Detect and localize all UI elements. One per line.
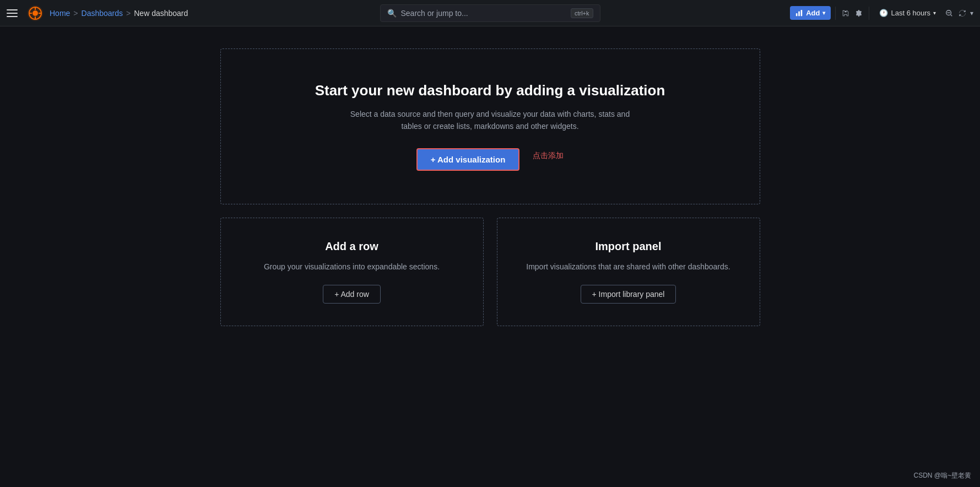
breadcrumb-dashboards[interactable]: Dashboards [82,9,123,18]
hero-card: Start your new dashboard by adding a vis… [220,48,760,204]
search-bar[interactable]: 🔍 Search or jump to... ctrl+k [380,4,600,22]
breadcrumb-home[interactable]: Home [50,9,70,18]
watermark: CSDN @嗡~壁老黄 [913,471,971,480]
add-row-title: Add a row [325,240,378,253]
breadcrumb: Home > Dashboards > New dashboard [50,9,188,18]
import-panel-card: Import panel Import visualizations that … [497,218,760,326]
add-row-description: Group your visualizations into expandabl… [264,261,440,273]
topbar: Home > Dashboards > New dashboard 🔍 Sear… [0,0,980,26]
hero-title: Start your new dashboard by adding a vis… [315,82,665,99]
svg-line-11 [951,14,952,16]
add-button[interactable]: Add ▾ [790,6,831,20]
svg-rect-6 [796,13,798,16]
breadcrumb-sep2: > [126,9,131,18]
import-panel-description: Import visualizations that are shared wi… [526,261,730,273]
divider-2 [869,7,869,20]
search-icon: 🔍 [387,9,397,18]
chevron-down-icon-3[interactable]: ▾ [970,9,973,17]
add-row-button[interactable]: + Add row [323,285,381,304]
time-range-button[interactable]: 🕐 Last 6 hours ▾ [874,6,941,20]
svg-point-1 [33,10,38,16]
clock-icon: 🕐 [879,9,888,17]
chevron-down-icon: ▾ [822,10,825,16]
search-shortcut-badge: ctrl+k [571,8,593,18]
search-placeholder: Search or jump to... [401,9,566,18]
refresh-icon[interactable] [957,8,968,19]
chevron-down-icon-2: ▾ [933,10,936,16]
svg-rect-7 [798,11,800,16]
add-visualization-button[interactable]: + Add visualization [416,148,520,171]
import-library-panel-button[interactable]: + Import library panel [581,285,676,304]
import-panel-title: Import panel [595,240,661,253]
hero-actions: + Add visualization 点击添加 [416,142,564,171]
bottom-cards: Add a row Group your visualizations into… [220,218,760,326]
zoom-out-icon[interactable] [944,8,955,19]
add-label: Add [806,9,820,17]
topbar-left: Home > Dashboards > New dashboard [7,4,188,22]
hamburger-menu[interactable] [7,8,18,19]
settings-icon[interactable] [853,8,864,19]
add-row-card: Add a row Group your visualizations into… [220,218,484,326]
breadcrumb-current: New dashboard [134,9,188,18]
divider-1 [835,7,836,20]
hero-subtitle: Select a data source and then query and … [342,108,639,133]
time-range-label: Last 6 hours [891,9,930,17]
grafana-logo [26,4,44,22]
click-hint: 点击添加 [533,151,564,161]
breadcrumb-sep1: > [73,9,78,18]
bar-chart-icon [795,9,803,17]
topbar-right: Add ▾ 🕐 Last 6 hours ▾ [790,6,973,20]
svg-rect-8 [801,9,803,15]
save-dashboard-icon[interactable] [840,8,851,19]
main-content: Start your new dashboard by adding a vis… [0,26,980,348]
